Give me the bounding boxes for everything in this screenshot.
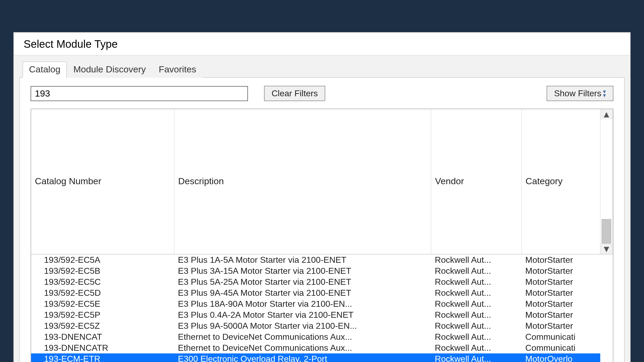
cell-category: MotorStarter (522, 320, 601, 331)
col-header-catalog[interactable]: Catalog Number (31, 109, 174, 254)
cell-catalog: 193/592-EC5A (31, 254, 174, 265)
table-row[interactable]: 193-ECM-ETRE300 Electronic Overload Rela… (31, 353, 613, 362)
cell-catalog: 193/592-EC5D (31, 287, 174, 298)
cell-category: MotorStarter (522, 276, 601, 287)
cell-vendor: Rockwell Aut... (431, 320, 521, 331)
chevron-double-down-icon: ▾▾ (603, 90, 606, 97)
cell-category: Communicati (522, 331, 601, 342)
table-row[interactable]: 193/592-EC5PE3 Plus 0.4A-2A Motor Starte… (31, 309, 613, 320)
cell-vendor: Rockwell Aut... (431, 276, 521, 287)
cell-description: Ethernet to DeviceNet Communications Aux… (174, 331, 431, 342)
cell-description: E3 Plus 1A-5A Motor Starter via 2100-ENE… (174, 254, 431, 265)
select-module-type-dialog: Select Module Type Catalog Module Discov… (13, 32, 631, 362)
col-header-category[interactable]: Category (522, 109, 601, 254)
table-row[interactable]: 193/592-EC5DE3 Plus 9A-45A Motor Starter… (31, 287, 613, 298)
tabstrip: Catalog Module Discovery Favorites (23, 61, 625, 78)
vertical-scrollbar[interactable]: ▲ ▼ (600, 109, 613, 254)
table-row[interactable]: 193/592-EC5ZE3 Plus 9A-5000A Motor Start… (31, 320, 613, 331)
cell-description: E300 Electronic Overload Relay, 2-Port (174, 353, 431, 362)
cell-vendor: Rockwell Aut... (431, 342, 521, 353)
cell-description: E3 Plus 18A-90A Motor Starter via 2100-E… (174, 298, 431, 309)
dialog-body: Catalog Module Discovery Favorites Clear… (14, 55, 630, 362)
table-row[interactable]: 193/592-EC5EE3 Plus 18A-90A Motor Starte… (31, 298, 613, 309)
cell-vendor: Rockwell Aut... (431, 287, 521, 298)
scroll-up-icon[interactable]: ▲ (601, 109, 612, 119)
tab-module-discovery[interactable]: Module Discovery (67, 61, 152, 78)
cell-description: E3 Plus 9A-45A Motor Starter via 2100-EN… (174, 287, 431, 298)
cell-vendor: Rockwell Aut... (431, 254, 521, 265)
cell-vendor: Rockwell Aut... (431, 298, 521, 309)
scroll-down-icon[interactable]: ▼ (601, 244, 612, 254)
cell-category: MotorStarter (522, 254, 601, 265)
cell-description: Ethernet to DeviceNet Communications Aux… (174, 342, 431, 353)
grid-header-row: Catalog Number Description Vendor Catego… (31, 109, 613, 254)
tab-catalog[interactable]: Catalog (23, 61, 67, 78)
tab-favorites[interactable]: Favorites (152, 61, 203, 78)
cell-catalog: 193/592-EC5B (31, 265, 174, 276)
cell-description: E3 Plus 9A-5000A Motor Starter via 2100-… (174, 320, 431, 331)
cell-category: MotorStarter (522, 265, 601, 276)
clear-filters-button[interactable]: Clear Filters (264, 86, 325, 101)
cell-catalog: 193/592-EC5P (31, 309, 174, 320)
col-header-description[interactable]: Description (174, 109, 431, 254)
cell-category: MotorStarter (522, 287, 601, 298)
search-input[interactable] (31, 86, 248, 101)
table-row[interactable]: 193/592-EC5AE3 Plus 1A-5A Motor Starter … (31, 254, 613, 265)
cell-description: E3 Plus 3A-15A Motor Starter via 2100-EN… (174, 265, 431, 276)
cell-catalog: 193-DNENCAT (31, 331, 174, 342)
cell-category: MotorOverlo (522, 353, 601, 362)
table-row[interactable]: 193-DNENCATEthernet to DeviceNet Communi… (31, 331, 613, 342)
cell-catalog: 193/592-EC5C (31, 276, 174, 287)
cell-catalog: 193-ECM-ETR (31, 353, 174, 362)
cell-category: MotorStarter (522, 298, 601, 309)
filter-row: Clear Filters Show Filters ▾▾ (31, 86, 613, 101)
table-row[interactable]: 193/592-EC5CE3 Plus 5A-25A Motor Starter… (31, 276, 613, 287)
dialog-title: Select Module Type (14, 33, 630, 55)
table-row[interactable]: 193/592-EC5BE3 Plus 3A-15A Motor Starter… (31, 265, 613, 276)
show-filters-label: Show Filters (554, 88, 601, 98)
cell-catalog: 193/592-EC5Z (31, 320, 174, 331)
cell-vendor: Rockwell Aut... (431, 309, 521, 320)
cell-catalog: 193-DNENCATR (31, 342, 174, 353)
module-grid: Catalog Number Description Vendor Catego… (31, 109, 613, 362)
cell-vendor: Rockwell Aut... (431, 353, 521, 362)
table-row[interactable]: 193-DNENCATREthernet to DeviceNet Commun… (31, 342, 613, 353)
cell-description: E3 Plus 5A-25A Motor Starter via 2100-EN… (174, 276, 431, 287)
cell-category: MotorStarter (522, 309, 601, 320)
cell-category: Communicati (522, 342, 601, 353)
show-filters-button[interactable]: Show Filters ▾▾ (547, 86, 613, 101)
catalog-panel: Clear Filters Show Filters ▾▾ Catalog Nu… (19, 77, 625, 362)
cell-catalog: 193/592-EC5E (31, 298, 174, 309)
cell-vendor: Rockwell Aut... (431, 331, 521, 342)
cell-description: E3 Plus 0.4A-2A Motor Starter via 2100-E… (174, 309, 431, 320)
cell-vendor: Rockwell Aut... (431, 265, 521, 276)
col-header-vendor[interactable]: Vendor (431, 109, 521, 254)
